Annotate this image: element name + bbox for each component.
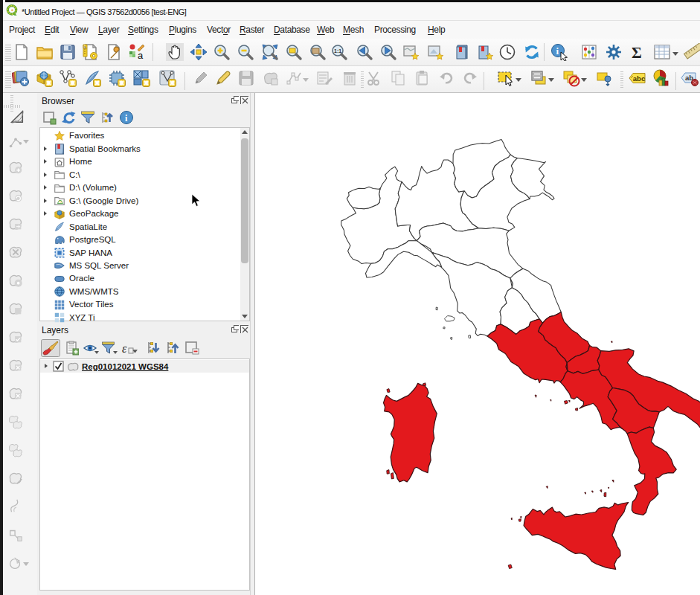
svg-text:abc: abc [633, 74, 645, 83]
svg-text:a: a [138, 50, 144, 61]
svg-text:Σ: Σ [632, 44, 642, 61]
svg-text:1:1: 1:1 [334, 48, 341, 54]
svg-text:ε: ε [122, 342, 127, 355]
svg-text:i: i [556, 45, 559, 57]
